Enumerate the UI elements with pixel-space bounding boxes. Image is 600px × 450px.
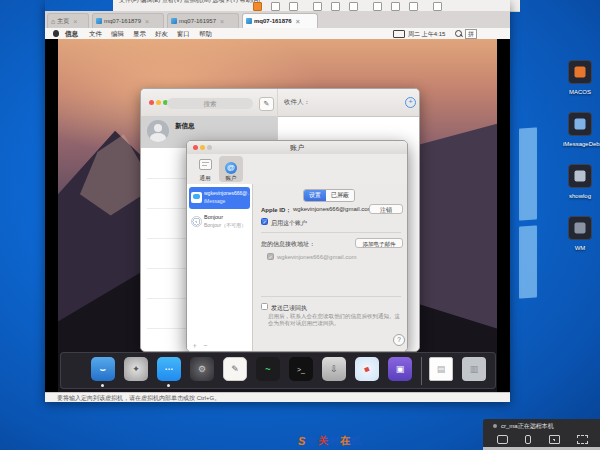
- menu-buddies[interactable]: 好友: [155, 30, 168, 39]
- toolbar-item-accounts[interactable]: @ 账户: [219, 156, 243, 182]
- tab-vm-161876-active[interactable]: mq07-161876 ×: [242, 13, 318, 28]
- running-indicator: [167, 384, 170, 387]
- spotlight-search-icon[interactable]: [455, 30, 462, 37]
- launchpad-icon[interactable]: [124, 357, 148, 381]
- display-status-icon[interactable]: [393, 30, 405, 38]
- add-recipient-button[interactable]: +: [405, 97, 416, 108]
- finder-icon[interactable]: [91, 357, 115, 381]
- activity-monitor-icon[interactable]: [256, 357, 280, 381]
- menu-help[interactable]: 帮助: [199, 30, 212, 39]
- tab-close-icon[interactable]: ×: [73, 18, 77, 25]
- dock: [60, 352, 496, 389]
- running-indicator: [101, 384, 104, 387]
- tab-close-icon[interactable]: ×: [145, 18, 149, 25]
- recipient-label: 收件人：: [284, 98, 310, 107]
- divider: [261, 296, 401, 297]
- account-source-list: wgkevinjones666@… iMessage Bonjour Bonjo…: [187, 184, 253, 352]
- enable-account-checkbox[interactable]: ✓: [261, 218, 268, 225]
- menu-bar-clock[interactable]: 周二 上午4:15: [408, 30, 445, 39]
- add-remove-account-buttons[interactable]: ＋－: [191, 341, 213, 351]
- reached-at-label: 您的信息接收地址：: [261, 240, 315, 249]
- vmware-tab-bar: ⌂ 主页 × mq07-161879 × mq07-161957 × mq07-…: [45, 11, 510, 29]
- accounts-preferences-window: 账户 通用 @ 账户 wgkevinjones666@… iMessage: [186, 140, 408, 352]
- close-button[interactable]: [149, 100, 154, 105]
- toolbar-item-general[interactable]: 通用: [193, 156, 217, 182]
- tab-close-icon[interactable]: ×: [296, 18, 300, 25]
- account-row-bonjour[interactable]: Bonjour Bonjour（不可用）: [189, 211, 250, 233]
- desktop-icon-wm[interactable]: WM: [563, 216, 597, 251]
- compose-button[interactable]: ✎: [259, 97, 274, 111]
- menu-messages[interactable]: 信息: [65, 30, 78, 39]
- enable-account-label: 启用这个账户: [271, 219, 307, 228]
- apple-id-label: Apple ID：: [261, 206, 291, 215]
- vm-icon: [96, 18, 102, 24]
- desktop-icon-macos[interactable]: MACOS: [563, 60, 597, 95]
- email-address: wgkevinjones666@gmail.com: [277, 254, 356, 260]
- search-input[interactable]: 搜索: [167, 98, 253, 109]
- help-button[interactable]: ?: [393, 334, 405, 346]
- accounts-title-bar: 账户: [187, 141, 407, 155]
- tab-blocked[interactable]: 已屏蔽: [326, 190, 354, 201]
- imessagedebug-app-icon: [568, 112, 592, 136]
- bonjour-icon: [191, 216, 202, 227]
- vm-icon: [246, 18, 252, 24]
- read-receipts-description: 启用后，联系人会在您读取他们的信息后收到通知。这会为所有对话启用已读回执。: [268, 313, 401, 328]
- microphone-icon[interactable]: [525, 435, 531, 444]
- menu-file[interactable]: 文件: [89, 30, 102, 39]
- tab-home[interactable]: ⌂ 主页 ×: [47, 13, 89, 28]
- document-icon[interactable]: [429, 357, 453, 381]
- windows-desktop: 文件(F) 编辑(E) 查看(V) 虚拟机(M) 选项卡(T) 帮助(H) ⌂ …: [0, 0, 600, 450]
- vm-icon: [171, 18, 177, 24]
- menu-edit[interactable]: 编辑: [111, 30, 124, 39]
- site-watermark: S 中 关 村 在 线: [298, 434, 361, 448]
- messages-toolbar: 搜索 ✎ 收件人： +: [141, 89, 419, 117]
- window-title: 账户: [187, 143, 407, 153]
- dock-divider: [421, 357, 422, 385]
- account-detail-pane: 设置 已屏蔽 Apple ID： wgkevinjones666@gmail.c…: [253, 184, 408, 352]
- desktop-icon-showlog[interactable]: showlog: [563, 164, 597, 199]
- email-checkbox-disabled: ✓: [267, 253, 274, 260]
- screenshot-icon[interactable]: [549, 435, 560, 444]
- tab-settings[interactable]: 设置: [304, 190, 326, 201]
- home-icon: ⌂: [51, 18, 55, 25]
- system-preferences-icon[interactable]: [190, 357, 214, 381]
- menu-view[interactable]: 显示: [133, 30, 146, 39]
- menu-window[interactable]: 窗口: [177, 30, 190, 39]
- tab-vm-161957[interactable]: mq07-161957 ×: [167, 13, 239, 28]
- accounts-at-icon: @: [225, 162, 237, 174]
- settings-blocked-tabs: 设置 已屏蔽: [303, 189, 355, 202]
- wm-app-icon: [568, 216, 592, 240]
- fullscreen-icon[interactable]: [577, 435, 588, 444]
- read-receipts-label: 发送已读回执: [271, 304, 307, 313]
- watermark-logo: S: [298, 435, 305, 447]
- chat-icon[interactable]: [497, 435, 508, 444]
- tab-vm-161879[interactable]: mq07-161879 ×: [92, 13, 164, 28]
- avatar: [147, 120, 169, 142]
- imessage-icon: [191, 192, 202, 203]
- messages-icon[interactable]: [157, 357, 181, 381]
- apple-menu-icon[interactable]: [53, 30, 59, 37]
- screen-sharing-icon[interactable]: [388, 357, 412, 381]
- desktop-icon-imessagedebug[interactable]: iMessageDebug: [563, 112, 597, 147]
- add-email-button[interactable]: 添加电子邮件: [355, 238, 403, 248]
- sign-out-button[interactable]: 注销: [369, 204, 403, 214]
- utility-download-icon[interactable]: [322, 357, 346, 381]
- minimize-button[interactable]: [156, 100, 161, 105]
- showlog-file-icon: [568, 164, 592, 188]
- wallpaper-logo-pane: [519, 127, 537, 220]
- trash-icon[interactable]: [462, 357, 486, 381]
- vmware-status-bar: 要将输入定向到该虚拟机，请在虚拟机内部单击或按 Ctrl+G。: [45, 392, 510, 402]
- terminal-icon[interactable]: [289, 357, 313, 381]
- vmware-status-text: 要将输入定向到该虚拟机，请在虚拟机内部单击或按 Ctrl+G。: [57, 394, 220, 403]
- input-method-badge[interactable]: 拼: [465, 29, 477, 39]
- remote-status-text: cr_ma正在远程本机: [501, 422, 554, 431]
- safari-icon[interactable]: [355, 357, 379, 381]
- tab-close-icon[interactable]: ×: [220, 18, 224, 25]
- notes-icon[interactable]: [223, 357, 247, 381]
- read-receipts-checkbox[interactable]: [261, 303, 268, 310]
- account-row-imessage[interactable]: wgkevinjones666@… iMessage: [189, 187, 250, 209]
- divider: [261, 232, 401, 233]
- wallpaper-logo-pane: [519, 225, 537, 298]
- apple-id-value: wgkevinjones666@gmail.com: [293, 206, 372, 212]
- remote-status-icon: [493, 424, 497, 428]
